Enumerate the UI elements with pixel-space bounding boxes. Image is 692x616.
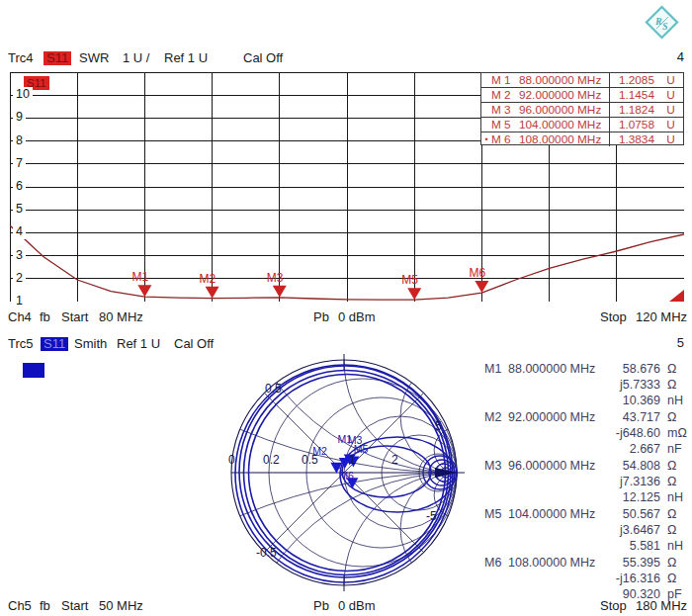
swr-scale-label[interactable]: 1 U / [123, 50, 149, 65]
marker-value: 55.395 [607, 555, 660, 571]
marker-unit: U [658, 132, 683, 146]
marker-unit: Ω [660, 361, 690, 377]
swr-marker-label-M3: M3 [267, 271, 284, 285]
smith-sparam-badge[interactable]: S11 [41, 337, 68, 351]
swr-marker-M2[interactable] [206, 287, 219, 299]
swr-trace-name[interactable]: Trc4 [8, 50, 34, 65]
marker-readout-m3: M396.000000 MHz54.808Ω j7.3136Ω 12.125nH [484, 458, 690, 505]
smith-axis-label-0p5: 0.5 [302, 454, 318, 467]
smith-marker-label-M5: M5 [354, 443, 369, 455]
marker-unit: U [658, 88, 683, 102]
smith-stop-value[interactable]: 180 MHz [636, 598, 687, 613]
table-row: M 2 92.000000 MHz 1.1454 U [481, 88, 683, 103]
smith-power-value[interactable]: 0 dBm [338, 598, 376, 613]
smith-channel-label[interactable]: Ch5 [8, 598, 32, 613]
marker-unit: U [658, 103, 683, 117]
marker-unit: nH [660, 538, 690, 554]
swr-ref-label[interactable]: Ref 1 U [164, 50, 208, 65]
marker-unit: Ω [660, 474, 690, 489]
swr-marker-M5[interactable] [407, 288, 421, 300]
rs-logo-graphic: R S [643, 3, 682, 43]
marker-freq: 108.00000 MHz [519, 132, 609, 146]
marker-readout-m5: M5104.00000 MHz50.567Ω j3.6467Ω 5.581nH [484, 506, 690, 554]
swr-marker-label-M6: M6 [469, 266, 485, 280]
smith-cal-label: Cal Off [174, 336, 214, 351]
marker-name: M 1 [491, 73, 519, 87]
marker-value: 58.676 [607, 361, 660, 377]
marker-unit: Ω [660, 522, 690, 538]
marker-value: 54.808 [607, 458, 660, 474]
swr-fb-label: fb [40, 309, 50, 324]
smith-plot-area: M1M2M3M5M6 [223, 352, 469, 597]
swr-sparam-badge[interactable]: S11 [43, 51, 71, 65]
smith-start-value[interactable]: 50 MHz [99, 598, 143, 613]
marker-unit: Ω [660, 377, 690, 393]
marker-value: j5.7333 [607, 377, 660, 393]
marker-value: 1.3834 [609, 132, 658, 146]
marker-freq: 96.000000 MHz [508, 458, 607, 474]
swr-marker-M1[interactable] [137, 285, 151, 297]
swr-ytick-label: 1 [13, 294, 26, 308]
swr-stop-value[interactable]: 120 MHz [636, 309, 687, 324]
marker-value: 12.125 [607, 489, 660, 505]
smith-trace-color-badge[interactable] [23, 363, 44, 378]
swr-marker-M3[interactable] [273, 286, 287, 298]
swr-marker-label-M2: M2 [200, 272, 216, 286]
marker-readout-m6: M6108.00000 MHz55.395Ω -j16.316Ω 90.320p… [484, 555, 690, 602]
table-row: M 5 104.00000 MHz 1.0758 U [481, 118, 683, 132]
swr-start-label[interactable]: Start [61, 309, 88, 324]
marker-value: 1.1824 [609, 103, 658, 117]
swr-ytick-label: 7 [13, 156, 26, 171]
smith-ref-label[interactable]: Ref 1 U [117, 336, 160, 351]
swr-window-number: 4 [668, 49, 684, 64]
smith-format-label[interactable]: Smith [74, 336, 107, 351]
marker-unit: mΩ [660, 425, 690, 441]
marker-value: 10.369 [607, 393, 660, 408]
swr-ytick-label: 8 [13, 133, 26, 148]
swr-power-value[interactable]: 0 dBm [338, 309, 376, 324]
smith-pb-label[interactable]: Pb [313, 598, 329, 613]
marker-name: M6 [484, 555, 508, 571]
swr-format-label[interactable]: SWR [79, 50, 109, 65]
marker-name: M3 [484, 458, 508, 474]
smith-marker-label-M6: M6 [339, 470, 354, 482]
swr-channel-label[interactable]: Ch4 [8, 309, 32, 324]
marker-value: -j648.60 [607, 425, 660, 441]
marker-value: j3.6467 [607, 522, 660, 538]
marker-freq: 104.00000 MHz [508, 506, 607, 522]
swr-ytick-label: 2 [13, 271, 26, 286]
marker-name: M 6 [491, 132, 519, 146]
marker-name: M 5 [491, 118, 519, 132]
marker-value: j7.3136 [607, 474, 660, 489]
marker-unit: U [658, 118, 683, 132]
marker-value: 50.567 [607, 506, 660, 522]
smith-trace-name[interactable]: Trc5 [8, 336, 34, 351]
marker-unit: Ω [660, 506, 690, 522]
marker-readout-m2: M292.000000 MHz43.717Ω -j648.60mΩ 2.667n… [484, 409, 690, 457]
marker-freq: 88.000000 MHz [508, 361, 607, 377]
swr-pb-label[interactable]: Pb [313, 309, 329, 324]
marker-unit: U [658, 73, 683, 87]
swr-stop-label[interactable]: Stop [600, 309, 627, 324]
swr-ytick-label: 6 [13, 179, 26, 194]
swr-start-value[interactable]: 80 MHz [99, 309, 143, 324]
marker-freq: 104.00000 MHz [519, 118, 609, 132]
smith-reactance-label-bl: -0.5 [256, 547, 277, 560]
smith-start-label[interactable]: Start [61, 598, 88, 613]
swr-ytick-label: 10 [13, 87, 33, 102]
swr-corner-flag [669, 290, 684, 302]
marker-value: 1.1454 [609, 88, 658, 102]
marker-unit: Ω [660, 571, 690, 586]
marker-value: -j16.316 [607, 571, 660, 586]
marker-freq: 92.000000 MHz [508, 409, 607, 425]
smith-axis-label-2: 2 [391, 454, 398, 467]
marker-unit: nH [660, 393, 690, 408]
marker-unit: nF [660, 441, 690, 457]
smith-stop-label[interactable]: Stop [600, 598, 627, 613]
swr-ytick-label: 3 [13, 248, 26, 263]
marker-readout-m1: M188.000000 MHz58.676Ω j5.7333Ω 10.369nH [484, 361, 690, 408]
marker-unit: nH [660, 489, 690, 505]
marker-name: M2 [484, 409, 508, 425]
marker-freq: 92.000000 MHz [519, 88, 609, 102]
swr-ytick-label: 4 [13, 224, 26, 239]
